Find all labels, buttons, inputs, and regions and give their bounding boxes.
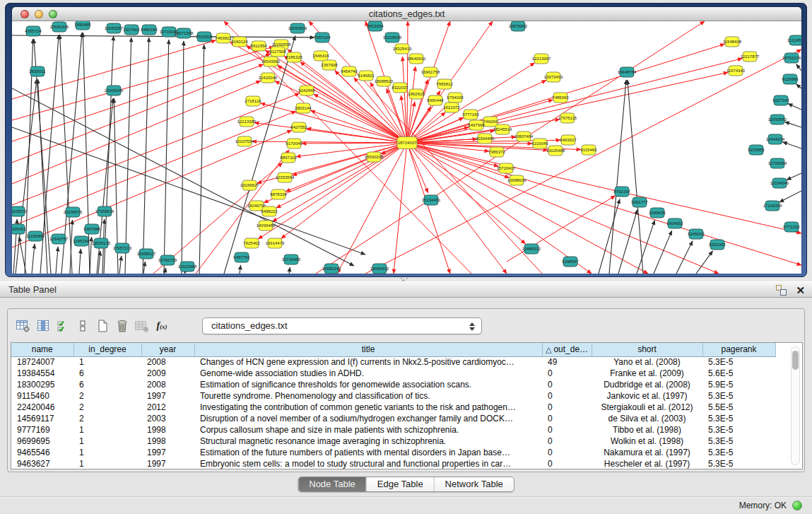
graph-node[interactable]: 20206576 <box>64 207 83 217</box>
column-header-name[interactable]: name <box>11 343 73 356</box>
table-cell[interactable]: 2008 <box>141 379 194 390</box>
graph-node[interactable]: 4355724 <box>25 26 42 36</box>
table-cell[interactable]: 18724007 <box>11 356 73 368</box>
graph-node[interactable]: 10973493 <box>544 72 563 82</box>
table-cell[interactable]: 9465546 <box>11 447 73 458</box>
graph-node[interactable]: 1862615 <box>408 89 425 99</box>
table-cell[interactable]: 1998 <box>141 436 194 447</box>
graph-node[interactable]: 12093582 <box>768 115 787 124</box>
table-cell[interactable]: 0 <box>542 436 592 447</box>
table-cell[interactable]: 49 <box>542 356 592 368</box>
graph-edge[interactable] <box>654 230 672 274</box>
table-cell[interactable]: 2009 <box>141 368 194 379</box>
table-cell[interactable]: 0 <box>542 424 592 436</box>
graph-node[interactable]: 18245514 <box>493 124 512 134</box>
graph-node[interactable]: 20691406 <box>50 22 69 32</box>
table-cell[interactable]: Stergiakouli et al. (2012) <box>592 402 702 413</box>
graph-node[interactable]: 9457791 <box>233 252 250 262</box>
graph-edge[interactable] <box>628 80 643 274</box>
table-cell[interactable]: 5.3E-5 <box>702 424 775 436</box>
table-cell[interactable]: 5.3E-5 <box>702 458 775 469</box>
graph-edge[interactable] <box>240 265 241 274</box>
graph-node[interactable]: 9115460 <box>581 145 598 155</box>
graph-node[interactable]: 10982345 <box>322 264 341 274</box>
graph-edge[interactable] <box>599 199 620 274</box>
table-row[interactable]: 977716911998Corpus callosum shape and si… <box>11 424 775 436</box>
graph-node[interactable]: 7485063 <box>552 93 569 103</box>
table-cell[interactable]: 2008 <box>141 356 194 368</box>
table-cell[interactable]: 0 <box>542 379 592 390</box>
table-cell[interactable]: Corpus callosum shape and size in male p… <box>194 424 542 436</box>
table-cell[interactable]: 1 <box>73 458 141 469</box>
table-cell[interactable]: Estimation of the future numbers of pati… <box>194 447 542 458</box>
merge-rows-button[interactable] <box>73 317 93 335</box>
graph-node[interactable]: 9777169 <box>462 110 479 119</box>
delete-button[interactable] <box>112 317 132 335</box>
graph-edge[interactable] <box>199 45 204 274</box>
graph-node[interactable]: 11156869 <box>26 231 45 241</box>
graph-node[interactable]: 21905346 <box>105 86 124 95</box>
table-cell[interactable]: 2 <box>73 413 141 424</box>
graph-edge[interactable] <box>784 122 801 127</box>
graph-node[interactable]: 7557224 <box>314 33 331 42</box>
graph-edge[interactable] <box>335 71 407 143</box>
tab-edge-table[interactable]: Edge Table <box>366 477 434 491</box>
table-cell[interactable]: 0 <box>542 447 592 458</box>
table-cell[interactable]: 2 <box>73 402 141 413</box>
graph-edge[interactable] <box>289 267 290 274</box>
graph-node[interactable]: 2367608 <box>321 60 338 70</box>
graph-node[interactable]: 15688520 <box>375 76 394 86</box>
graph-node[interactable]: 12213967 <box>532 54 551 64</box>
tab-network-table[interactable]: Network Table <box>434 477 514 491</box>
graph-node[interactable]: 6216045 <box>531 139 548 148</box>
graph-edge[interactable] <box>618 210 637 274</box>
graph-node[interactable]: 10688609 <box>507 175 526 185</box>
graph-edge[interactable] <box>407 143 592 274</box>
graph-node[interactable]: 9361777 <box>631 197 648 207</box>
graph-node[interactable]: 12342757 <box>49 234 69 244</box>
graph-node[interactable]: 1890465 <box>74 21 91 30</box>
graph-node[interactable]: 12444154 <box>766 134 785 144</box>
graph-node[interactable]: 18325419 <box>393 44 412 54</box>
graph-edge[interactable] <box>12 81 261 184</box>
table-cell[interactable]: 5.3E-5 <box>702 447 775 458</box>
graph-node[interactable]: 11548408 <box>723 37 742 47</box>
graph-node[interactable]: 15716485 <box>282 255 301 264</box>
graph-node[interactable]: 6771292 <box>783 222 800 232</box>
graph-node[interactable]: 17975115 <box>558 113 577 123</box>
graph-node[interactable]: 12104046 <box>770 178 789 188</box>
graph-node[interactable]: 12485332 <box>522 244 541 254</box>
graph-node[interactable]: 1145194 <box>73 236 90 246</box>
graph-node[interactable]: 6794028 <box>447 93 464 103</box>
table-cell[interactable]: 0 <box>542 368 592 379</box>
graph-node[interactable]: 11124571 <box>787 35 801 45</box>
table-cell[interactable]: Disruption of a novel member of a sodium… <box>194 413 542 424</box>
graph-node[interactable]: 9298567 <box>562 257 579 267</box>
graph-edge[interactable] <box>403 57 407 143</box>
graph-node[interactable]: 16914479 <box>266 238 285 248</box>
table-cell[interactable]: Tibbo et al. (1998) <box>592 424 702 436</box>
table-cell[interactable]: 6 <box>73 379 141 390</box>
graph-edge[interactable] <box>143 37 149 274</box>
graph-node[interactable]: 25206570 <box>12 206 28 216</box>
graph-edge[interactable] <box>252 141 407 143</box>
graph-edge[interactable] <box>12 54 271 141</box>
table-cell[interactable]: Genome-wide association studies in ADHD. <box>194 368 542 379</box>
graph-node[interactable]: 8878334 <box>270 189 287 199</box>
graph-node[interactable]: 18724007 <box>397 137 417 149</box>
graph-node[interactable]: 12217877 <box>741 52 760 62</box>
graph-node[interactable]: 2718126 <box>245 96 261 106</box>
graph-edge[interactable] <box>407 143 801 233</box>
graph-node[interactable]: 16543962 <box>261 57 281 66</box>
table-cell[interactable]: 1 <box>73 424 141 436</box>
graph-edge[interactable] <box>79 249 81 274</box>
graph-edge[interactable] <box>32 244 35 274</box>
network-graph[interactable]: 4355724206914061890465106532871527602846… <box>12 21 801 274</box>
graph-node[interactable]: 16782759 <box>158 255 177 265</box>
column-header-in_degree[interactable]: in_degree <box>73 343 141 356</box>
graph-edge[interactable] <box>787 173 801 180</box>
graph-node[interactable]: 10107554 <box>235 136 254 146</box>
table-cell[interactable]: Yano et al. (2008) <box>592 356 702 368</box>
table-cell[interactable]: 22420046 <box>11 402 73 413</box>
table-cell[interactable]: Estimation of significance thresholds fo… <box>194 379 542 390</box>
